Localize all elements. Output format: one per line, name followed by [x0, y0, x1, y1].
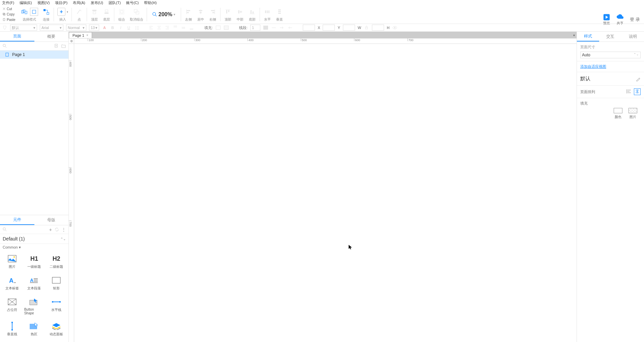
fill-color-option[interactable]: 颜色 — [614, 108, 622, 119]
insert-tool[interactable]: +▾ 插入 — [57, 7, 68, 22]
align-top-tool[interactable]: 顶部 — [224, 7, 232, 22]
tab-notes[interactable]: 说明 — [622, 34, 644, 39]
zoom-control[interactable]: 200% ▾ — [152, 11, 175, 18]
widget-rectangle[interactable]: 矩形 — [46, 274, 67, 295]
arrow-start-icon[interactable] — [279, 25, 285, 30]
vertical-ruler[interactable]: 400500600700 — [69, 44, 74, 342]
h-input[interactable] — [372, 25, 384, 31]
italic-icon[interactable]: I — [118, 25, 123, 30]
widget-dynamic-panel[interactable]: 动态面板 — [46, 320, 67, 341]
dist-v-tool[interactable]: 垂直 — [275, 7, 284, 22]
fill-color-swatch[interactable] — [215, 25, 221, 30]
menu-edit[interactable]: 编辑(E) — [20, 0, 32, 5]
z-top-tool[interactable]: 顶层 — [90, 7, 98, 22]
add-adaptive-link[interactable]: 添加自适应视图 — [580, 64, 606, 68]
font-weight-select[interactable]: Normal▾ — [66, 25, 86, 31]
line-style-icon[interactable] — [271, 25, 276, 30]
widget-hotspot[interactable]: 热区 — [24, 320, 45, 341]
w-input[interactable] — [343, 25, 355, 31]
refresh-icon[interactable] — [55, 227, 59, 232]
canvas-grid[interactable] — [74, 44, 577, 342]
tab-outline[interactable]: 概要 — [34, 32, 69, 41]
bold-icon[interactable]: B — [110, 25, 115, 30]
select-contain-icon[interactable] — [30, 8, 38, 16]
page-tree-item[interactable]: Page 1 — [0, 51, 68, 59]
font-color-icon[interactable]: A — [102, 25, 107, 30]
align-center-tool[interactable]: 居中 — [197, 7, 205, 22]
menu-team[interactable]: 团队(T) — [109, 0, 121, 5]
style-preset-select[interactable]: 默认▾ — [10, 25, 37, 31]
group-tool[interactable]: 组合 — [118, 7, 126, 22]
x-input[interactable] — [303, 25, 315, 31]
library-select[interactable]: Default (1)⌃⌄ — [0, 234, 68, 244]
widget-image[interactable]: 图片 — [1, 252, 23, 273]
connect-tool[interactable]: 连接 — [42, 7, 50, 22]
menu-publish[interactable]: 发布(U) — [91, 0, 103, 5]
select-mode-group[interactable]: 选择模式 — [21, 7, 38, 22]
widget-placeholder[interactable]: 占位符 — [1, 295, 23, 319]
border-color-swatch[interactable] — [224, 25, 229, 30]
align-right-tool[interactable]: 右侧 — [209, 7, 217, 22]
menu-help[interactable]: 帮助(H) — [144, 0, 156, 5]
page-size-select[interactable]: Auto⌃⌄ — [580, 52, 641, 58]
point-tool[interactable]: 点 — [75, 7, 83, 22]
menu-layout[interactable]: 布局(A) — [73, 0, 85, 5]
widget-h2[interactable]: H2二级标题 — [46, 252, 67, 273]
widget-h1[interactable]: H1一级标题 — [24, 252, 45, 273]
login-button[interactable]: 登 录 — [630, 17, 640, 23]
align-bottom-tool[interactable]: 底部 — [248, 7, 256, 22]
tab-masters[interactable]: 母版 — [34, 215, 69, 225]
add-folder-icon[interactable] — [61, 44, 66, 48]
style-painter-icon[interactable] — [2, 25, 7, 30]
search-icon[interactable] — [3, 227, 7, 232]
tab-widgets[interactable]: 元件 — [0, 215, 34, 225]
page-tab[interactable]: Page 1 × — [69, 32, 92, 38]
text-valign-bottom-icon[interactable] — [189, 25, 194, 30]
ungroup-tool[interactable]: 取消组合 — [130, 7, 143, 22]
widget-hline[interactable]: 水平线 — [46, 295, 67, 319]
tab-style[interactable]: 样式 — [577, 32, 599, 41]
tab-interactions[interactable]: 交互 — [599, 34, 621, 39]
font-select[interactable]: Arial▾ — [40, 25, 63, 31]
line-color-swatch[interactable] — [263, 25, 268, 30]
cut-button[interactable]: Cut — [3, 6, 16, 11]
menu-file[interactable]: 文件(F) — [2, 0, 14, 5]
widget-button-shape[interactable]: Button Shape — [24, 295, 45, 319]
align-middle-tool[interactable]: 中部 — [236, 7, 244, 22]
lock-aspect-icon[interactable] — [364, 25, 369, 30]
dist-h-tool[interactable]: 水平 — [263, 7, 271, 22]
fill-image-option[interactable]: 图片 — [628, 108, 637, 119]
page-align-left-icon[interactable] — [626, 89, 632, 94]
widget-vline[interactable]: 垂直线 — [1, 320, 23, 341]
paste-button[interactable]: Paste — [3, 17, 16, 22]
text-align-center-icon[interactable] — [156, 25, 162, 30]
visibility-icon[interactable] — [392, 25, 398, 30]
underline-icon[interactable]: U — [126, 25, 131, 30]
tab-pages[interactable]: 页面 — [0, 32, 34, 41]
more-icon[interactable]: ⋮ — [62, 227, 66, 232]
text-align-right-icon[interactable] — [165, 25, 170, 30]
add-page-icon[interactable] — [54, 44, 59, 48]
horizontal-ruler[interactable]: 100200300400500600700 — [74, 38, 577, 44]
font-size-select[interactable]: 13▾ — [89, 25, 99, 31]
style-default-header[interactable]: 默认 — [577, 72, 644, 86]
copy-button[interactable]: Copy — [3, 11, 16, 17]
widget-text-label[interactable]: A文本标签 — [1, 274, 23, 295]
page-align-center-icon[interactable] — [634, 88, 641, 95]
edit-icon[interactable] — [636, 77, 641, 81]
y-input[interactable] — [323, 25, 335, 31]
widget-category[interactable]: Common ▾ — [0, 244, 68, 251]
align-left-tool[interactable]: 左侧 — [184, 7, 193, 22]
arrow-end-icon[interactable] — [287, 25, 293, 30]
search-icon[interactable] — [3, 44, 7, 48]
select-intersect-icon[interactable] — [21, 8, 29, 16]
close-icon[interactable]: × — [86, 33, 88, 37]
line-width-input[interactable]: 1 — [250, 25, 260, 31]
page-tab-menu[interactable]: ▾ — [571, 33, 577, 37]
text-valign-top-icon[interactable] — [173, 25, 178, 30]
add-library-icon[interactable]: + — [49, 227, 52, 232]
menu-project[interactable]: 项目(P) — [55, 0, 67, 5]
text-align-left-icon[interactable] — [148, 25, 154, 30]
text-valign-middle-icon[interactable] — [181, 25, 186, 30]
menu-view[interactable]: 视图(V) — [37, 0, 50, 5]
